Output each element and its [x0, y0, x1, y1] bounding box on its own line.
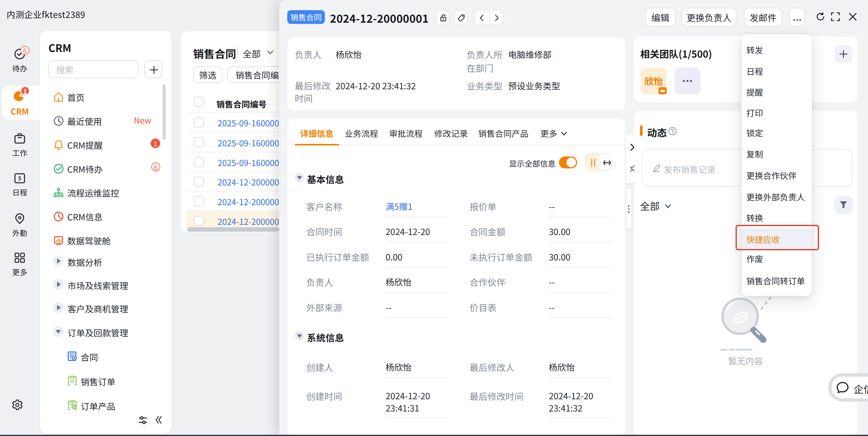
svg-text:5: 5	[18, 174, 22, 182]
